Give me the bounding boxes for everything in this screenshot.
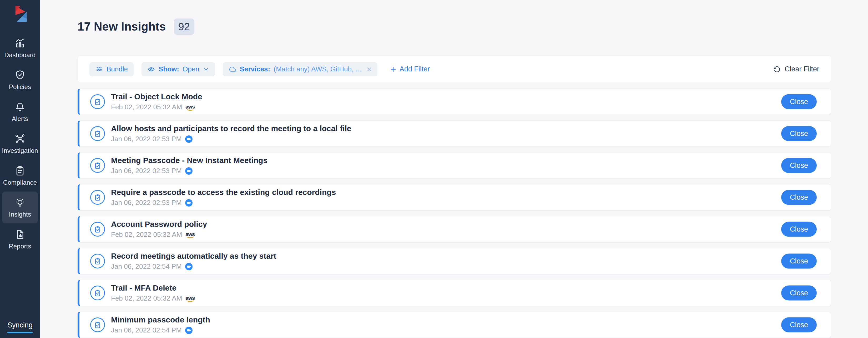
insight-clipboard-icon	[90, 222, 105, 236]
insight-timestamp: Feb 02, 2022 05:32 AM	[111, 294, 182, 303]
zoom-icon	[185, 327, 192, 334]
insight-title: Allow hosts and participants to record t…	[111, 124, 351, 133]
clear-filter-button[interactable]: Clear Filter	[773, 65, 819, 73]
insight-title: Trail - Object Lock Mode	[111, 92, 202, 102]
cloud-icon	[228, 65, 237, 73]
sidebar-item-policies[interactable]: Policies	[2, 64, 38, 96]
sync-status: Syncing	[0, 321, 40, 333]
close-insight-button[interactable]: Close	[781, 126, 817, 141]
bell-icon	[14, 101, 26, 113]
close-insight-button[interactable]: Close	[781, 317, 817, 333]
services-filter-label: Services:	[240, 65, 270, 73]
sidebar-item-label: Policies	[9, 83, 31, 91]
add-filter-button[interactable]: Add Filter	[390, 65, 430, 73]
layers-icon	[95, 65, 103, 73]
close-insight-button[interactable]: Close	[781, 94, 817, 109]
bundle-filter-chip[interactable]: Bundle	[89, 62, 134, 76]
insight-list: Trail - Object Lock Mode Feb 02, 2022 05…	[78, 88, 831, 338]
close-insight-button[interactable]: Close	[781, 254, 817, 269]
aws-icon: aws	[185, 231, 195, 238]
lightbulb-icon	[14, 197, 26, 208]
sidebar-item-compliance[interactable]: Compliance	[2, 160, 38, 192]
sync-progress-bar	[7, 332, 33, 333]
add-filter-label: Add Filter	[400, 65, 430, 73]
insight-timestamp: Jan 06, 2022 02:53 PM	[111, 167, 182, 175]
insight-timestamp: Feb 02, 2022 05:32 AM	[111, 230, 182, 239]
zoom-icon	[185, 167, 192, 175]
insight-row[interactable]: Record meetings automatically as they st…	[78, 248, 831, 274]
insight-row[interactable]: Allow hosts and participants to record t…	[78, 120, 831, 147]
insight-title: Minimum passcode length	[111, 315, 210, 325]
aws-icon: aws	[185, 104, 195, 111]
insight-timestamp: Jan 06, 2022 02:54 PM	[111, 262, 182, 271]
sidebar-item-insights[interactable]: Insights	[2, 192, 38, 223]
close-insight-button[interactable]: Close	[781, 222, 817, 237]
eye-icon	[147, 65, 155, 73]
sidebar-item-alerts[interactable]: Alerts	[2, 96, 38, 128]
insight-timestamp: Feb 02, 2022 05:32 AM	[111, 103, 182, 111]
sidebar-item-label: Reports	[9, 243, 31, 250]
reset-icon	[773, 65, 781, 73]
close-insight-button[interactable]: Close	[781, 286, 817, 301]
insight-row[interactable]: Trail - Object Lock Mode Feb 02, 2022 05…	[78, 88, 831, 115]
clear-filter-label: Clear Filter	[785, 65, 819, 73]
network-graph-icon	[14, 133, 26, 145]
services-filter-chip[interactable]: Services: (Match any) AWS, GitHub, ... ×	[223, 62, 377, 76]
services-filter-value: (Match any) AWS, GitHub, ...	[274, 65, 361, 73]
sidebar-item-label: Compliance	[3, 179, 37, 186]
show-filter-value: Open	[183, 65, 199, 73]
shield-check-icon	[14, 69, 26, 81]
remove-services-filter-icon[interactable]: ×	[367, 65, 372, 74]
insight-title: Trail - MFA Delete	[111, 283, 195, 293]
close-insight-button[interactable]: Close	[781, 190, 817, 205]
insight-clipboard-icon	[90, 286, 105, 300]
filter-bar: Bundle Show: Open Services: (Match any)	[78, 55, 831, 83]
insight-clipboard-icon	[90, 254, 105, 269]
dashboard-icon	[14, 37, 26, 49]
insight-timestamp: Jan 06, 2022 02:54 PM	[111, 326, 182, 334]
insight-clipboard-icon	[90, 317, 105, 332]
insight-title: Require a passcode to access the existin…	[111, 188, 336, 197]
sidebar-item-reports[interactable]: Reports	[2, 223, 38, 255]
page-header: 17 New Insights 92	[78, 0, 831, 35]
insight-row[interactable]: Minimum passcode length Jan 06, 2022 02:…	[78, 312, 831, 338]
aws-icon: aws	[185, 295, 195, 302]
insight-timestamp: Jan 06, 2022 02:53 PM	[111, 199, 182, 207]
page-title: 17 New Insights	[78, 20, 166, 33]
sidebar: Dashboard Policies Alerts	[0, 0, 40, 338]
insight-row[interactable]: Meeting Passcode - New Instant Meetings …	[78, 152, 831, 179]
sidebar-item-investigation[interactable]: Investigation	[2, 128, 38, 160]
insight-title: Record meetings automatically as they st…	[111, 252, 276, 261]
insight-row[interactable]: Require a passcode to access the existin…	[78, 184, 831, 210]
zoom-icon	[185, 135, 192, 143]
insight-clipboard-icon	[90, 94, 105, 109]
insight-row[interactable]: Trail - MFA Delete Feb 02, 2022 05:32 AM…	[78, 280, 831, 306]
insight-count-badge: 92	[174, 19, 195, 35]
insight-row[interactable]: Account Password policy Feb 02, 2022 05:…	[78, 216, 831, 243]
zoom-icon	[185, 263, 192, 270]
sidebar-nav: Dashboard Policies Alerts	[0, 32, 40, 255]
plus-icon	[390, 65, 397, 73]
show-filter-chip[interactable]: Show: Open	[142, 62, 215, 76]
close-insight-button[interactable]: Close	[781, 158, 817, 173]
insight-timestamp: Jan 06, 2022 02:53 PM	[111, 135, 182, 143]
insight-title: Account Password policy	[111, 220, 207, 229]
show-filter-label: Show:	[159, 65, 179, 73]
insight-clipboard-icon	[90, 126, 105, 141]
report-file-icon	[14, 229, 26, 240]
app-logo[interactable]	[9, 3, 31, 30]
sync-status-label: Syncing	[7, 321, 33, 329]
sidebar-item-label: Insights	[9, 211, 31, 218]
chevron-down-icon	[203, 66, 209, 73]
app-logo-icon	[9, 4, 31, 28]
clipboard-list-icon	[14, 165, 26, 176]
insight-title: Meeting Passcode - New Instant Meetings	[111, 156, 268, 165]
sidebar-item-dashboard[interactable]: Dashboard	[2, 32, 38, 64]
zoom-icon	[185, 199, 192, 206]
main-area: 17 New Insights 92 Bundle Show: Open	[40, 0, 868, 338]
insight-clipboard-icon	[90, 190, 105, 205]
sidebar-item-label: Alerts	[12, 115, 28, 122]
sidebar-item-label: Dashboard	[4, 51, 35, 59]
bundle-filter-label: Bundle	[106, 65, 128, 73]
sidebar-item-label: Investigation	[2, 147, 38, 154]
